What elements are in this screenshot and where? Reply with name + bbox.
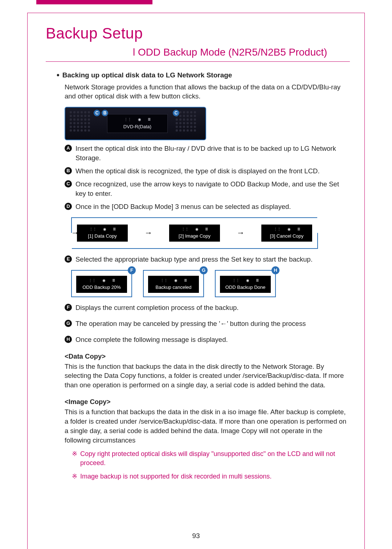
step-badge-c: C [65,180,72,187]
step-text-h: Once complete the following message is d… [75,335,350,344]
step-text-e: Selected the appropriate backup type and… [75,255,350,264]
step-badge-h: H [65,336,72,343]
step-list-2: E Selected the appropriate backup type a… [65,255,350,264]
page-title: Backup Setup [46,23,350,44]
content-frame: Backup Setup l ODD Backup Mode (N2R5/N2B… [27,13,365,549]
step-h: H Once complete the following message is… [65,335,350,344]
data-copy-body: This is the function that backups the da… [65,362,350,390]
status-lcd-g: ⋮⋮◉≣ Backup canceled [148,276,199,293]
arrow-icon: → [144,227,152,239]
status-lcd-f: ⋮⋮◉≣ ODD Backup 20% [76,276,127,293]
lcd-icon-row: ⋮⋮ ◉ ≣ [107,117,167,122]
step-a: A Insert the optical disk into the Blu-r… [65,144,350,163]
step-text-a: Insert the optical disk into the Blu-ray… [75,144,350,163]
note-2: ※ Image backup is not supported for disk… [72,472,350,481]
status-badge-f: F [128,266,136,274]
intro-paragraph: Network Storage provides a function that… [65,82,350,101]
status-lcd-f-text: ODD Backup 20% [80,284,123,291]
data-copy-head: <Data Copy> [65,352,350,361]
step-f: F Displays the current completion proces… [65,303,350,312]
status-lcd-row: F ⋮⋮◉≣ ODD Backup 20% G ⋮⋮◉≣ Backup canc… [71,270,350,297]
step-d: D Once in the [ODD Backup Mode] 3 menus … [65,202,350,211]
status-lcd-h-wrap: H ⋮⋮◉≣ ODD Backup Done [215,270,276,297]
step-badge-f: F [65,304,72,311]
note-2-text: Image backup is not supported for disk r… [80,472,271,481]
menu-lcd-2-text: [2] Image Copy [173,233,216,239]
status-lcd-g-wrap: G ⋮⋮◉≣ Backup canceled [143,270,204,297]
page: Backup Setup l ODD Backup Mode (N2R5/N2B… [0,0,392,549]
step-text-f: Displays the current completion process … [75,303,350,312]
step-list-1: A Insert the optical disk into the Blu-r… [65,144,350,211]
page-number: 93 [0,531,392,541]
disc-icon: ◉ [138,117,141,122]
intro-bullet: • Backing up optical disk data to LG Net… [57,70,350,80]
step-badge-g: G [65,320,72,327]
image-copy-body: This is a function that backups the data… [65,407,350,445]
menu-lcd-3-text: [3] Cancel Copy [265,233,309,239]
reference-mark-icon: ※ [72,472,77,481]
subtitle-prefix: l [133,47,138,58]
step-badge-e: E [65,255,72,263]
intro-bullet-text: Backing up optical disk data to LG Netwo… [62,70,232,80]
step-c: C Once recognized, use the arrow keys to… [65,179,350,198]
step-badge-b: B [65,167,72,174]
status-badge-h: H [271,266,279,274]
step-g: G The operation may be canceled by press… [65,319,350,328]
step-text-d: Once in the [ODD Backup Mode] 3 menus ca… [75,202,350,211]
status-lcd-g-text: Backup canceled [152,284,195,291]
status-lcd-h: ⋮⋮◉≣ ODD Backup Done [220,276,271,293]
menu-lcd-2: ⋮⋮◉≣ [2] Image Copy [169,225,220,242]
status-lcd-h-text: ODD Backup Done [224,284,267,291]
note-1: ※ Copy right protected optical disks wil… [72,449,350,468]
menu-lcd-1-text: [1] Data Copy [81,233,124,239]
step-e: E Selected the appropriate backup type a… [65,255,350,264]
status-lcd-f-wrap: F ⋮⋮◉≣ ODD Backup 20% [71,270,132,297]
top-tab-accent [36,0,152,4]
step-b: B When the optical disk is recognized, t… [65,166,350,176]
note-1-text: Copy right protected optical disks will … [80,449,350,468]
network-icon: ⋮⋮ [124,117,131,122]
list-icon: ≣ [148,117,151,122]
step-text-c: Once recognized, use the arrow keys to n… [75,179,350,198]
menu-lcd-3: ⋮⋮◉≣ [3] Cancel Copy [261,225,312,242]
step-badge-d: D [65,203,72,210]
status-badge-g: G [200,266,208,274]
image-copy-head: <Image Copy> [65,397,350,407]
arrow-icon: → [71,227,79,239]
step-text-b: When the optical disk is recognized, the… [75,166,350,176]
step-list-3: F Displays the current completion proces… [65,303,350,344]
title-block: Backup Setup l ODD Backup Mode (N2R5/N2B… [46,23,350,59]
device-lcd: ⋮⋮ ◉ ≣ DVD-R(Data) [107,114,168,133]
device-buttons-right [176,111,201,137]
bullet-icon: • [57,70,60,80]
note-list: ※ Copy right protected optical disks wil… [72,449,350,481]
page-subtitle: l ODD Backup Mode (N2R5/N2B5 Product) [46,45,350,59]
step-text-g: The operation may be canceled by pressin… [75,319,350,328]
subtitle-text: ODD Backup Mode (N2R5/N2B5 Product) [138,47,327,58]
device-buttons-left [70,111,95,137]
arrow-icon: → [237,227,245,239]
menu-lcd-1: ⋮⋮◉≣ [1] Data Copy [77,225,128,242]
title-divider [46,61,350,62]
device-lcd-text: DVD-R(Data) [107,124,167,130]
reference-mark-icon: ※ [72,449,77,468]
step-badge-a: A [65,145,72,152]
callout-c-left: C [94,110,100,116]
menu-lcd-row: → ⋮⋮◉≣ [1] Data Copy → ⋮⋮◉≣ [2] Image Co… [71,217,318,249]
device-panel-illustration: ⋮⋮ ◉ ≣ DVD-R(Data) C B C [65,107,206,140]
